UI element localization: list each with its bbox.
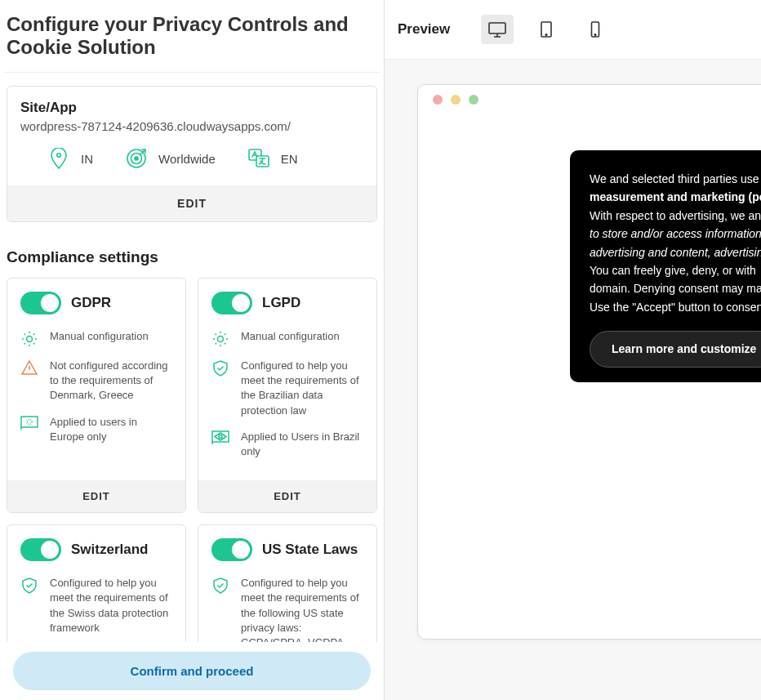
config-text: Manual configuration <box>241 329 340 347</box>
reach-value: Worldwide <box>158 152 216 166</box>
compliance-title: Compliance settings <box>3 222 380 278</box>
meta-reach: Worldwide <box>126 148 216 169</box>
warning-icon <box>20 359 38 377</box>
compliance-card-gdpr: GDPRManual configurationNot configured a… <box>7 278 186 513</box>
device-mobile-button[interactable] <box>579 15 612 44</box>
card-name: US State Laws <box>262 542 358 558</box>
svg-point-0 <box>57 154 60 157</box>
status-text: Configured to help you meet the requirem… <box>241 576 363 642</box>
preview-area: We and selected third parties use measur… <box>385 60 761 700</box>
card-name: LGPD <box>262 295 300 311</box>
site-label: Site/App <box>20 100 363 116</box>
site-card: Site/App wordpress-787124-4209636.cloudw… <box>7 86 377 222</box>
svg-point-3 <box>135 157 138 160</box>
svg-point-14 <box>545 34 547 36</box>
location-value: IN <box>81 152 93 166</box>
device-tablet-button[interactable] <box>530 15 563 44</box>
flag-icon <box>211 430 229 448</box>
compliance-card-us-state-laws: US State LawsConfigured to help you meet… <box>198 524 377 642</box>
svg-point-11 <box>219 435 222 438</box>
flag-icon <box>20 415 38 433</box>
status-text: Configured to help you meet the requirem… <box>241 359 363 418</box>
traffic-light-close-icon <box>433 95 443 105</box>
compliance-card-switzerland: SwitzerlandConfigured to help you meet t… <box>7 524 186 642</box>
config-text: Manual configuration <box>50 329 149 347</box>
language-value: EN <box>281 152 298 166</box>
shield-check-icon <box>211 576 229 594</box>
banner-line5: Use the "Accept" button to consen <box>590 298 761 316</box>
target-icon <box>126 148 147 169</box>
status-text: Not configured according to the requirem… <box>50 359 172 404</box>
svg-point-16 <box>594 34 596 36</box>
device-desktop-button[interactable] <box>481 15 514 44</box>
banner-line1: We and selected third parties use measur… <box>590 170 761 207</box>
banner-line2: With respect to advertising, we an to st… <box>590 207 761 261</box>
gear-icon <box>20 329 38 347</box>
card-name: GDPR <box>71 295 111 311</box>
confirm-bar: Confirm and proceed <box>0 642 384 700</box>
card-edit-button[interactable]: EDIT <box>7 480 185 512</box>
traffic-light-min-icon <box>451 95 461 105</box>
svg-rect-12 <box>489 23 505 33</box>
config-scroll-area[interactable]: Configure your Privacy Controls and Cook… <box>0 0 384 642</box>
svg-point-6 <box>27 337 33 342</box>
preview-header: Preview <box>385 0 761 60</box>
banner-line3: You can freely give, deny, or with <box>590 261 761 279</box>
meta-language: EN <box>248 148 298 169</box>
toggle-gdpr[interactable] <box>20 292 61 314</box>
toggle-switzerland[interactable] <box>20 538 61 561</box>
toggle-lgpd[interactable] <box>211 292 252 314</box>
banner-line4: domain. Denying consent may ma <box>590 279 761 297</box>
card-name: Switzerland <box>71 542 148 558</box>
card-edit-button[interactable]: EDIT <box>198 480 376 512</box>
status-text: Configured to help you meet the requirem… <box>50 576 172 635</box>
pin-icon <box>48 148 69 169</box>
svg-rect-7 <box>21 417 38 427</box>
shield-check-icon <box>20 576 38 594</box>
preview-label: Preview <box>398 21 450 38</box>
browser-chrome <box>418 85 761 114</box>
svg-point-9 <box>218 337 224 342</box>
banner-learn-more-button[interactable]: Learn more and customize <box>590 331 761 367</box>
svg-point-8 <box>27 419 32 424</box>
shield-check-icon <box>211 359 229 377</box>
toggle-us-state-laws[interactable] <box>211 538 252 561</box>
page-title: Configure your Privacy Controls and Cook… <box>3 0 380 73</box>
browser-frame: We and selected third parties use measur… <box>417 84 761 640</box>
traffic-light-max-icon <box>469 95 478 105</box>
site-edit-button[interactable]: EDIT <box>7 185 376 221</box>
applied-text: Applied to Users in Brazil only <box>241 430 363 459</box>
language-icon <box>248 148 269 169</box>
cookie-banner: We and selected third parties use measur… <box>570 150 761 382</box>
meta-location: IN <box>48 148 93 169</box>
compliance-card-lgpd: LGPDManual configurationConfigured to he… <box>198 278 377 513</box>
confirm-button[interactable]: Confirm and proceed <box>13 652 371 690</box>
gear-icon <box>211 329 229 347</box>
site-url: wordpress-787124-4209636.cloudwaysapps.c… <box>20 119 363 133</box>
applied-text: Applied to users in Europe only <box>50 415 172 444</box>
